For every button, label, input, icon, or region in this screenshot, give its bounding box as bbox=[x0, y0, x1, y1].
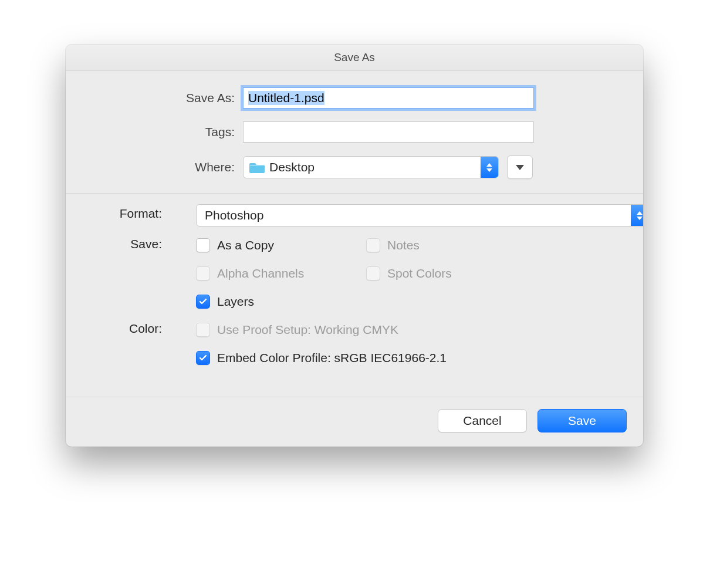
updown-icon bbox=[481, 157, 498, 178]
format-value: Photoshop bbox=[197, 208, 631, 222]
use-proof-setup-option: Use Proof Setup: Working CMYK bbox=[196, 323, 623, 337]
dialog-buttons: Cancel Save bbox=[66, 397, 643, 447]
folder-icon bbox=[249, 161, 265, 174]
where-dropdown[interactable]: Desktop bbox=[243, 156, 499, 178]
save-button[interactable]: Save bbox=[537, 409, 627, 432]
notes-label: Notes bbox=[387, 238, 420, 252]
updown-icon bbox=[631, 205, 643, 226]
spot-colors-option: Spot Colors bbox=[366, 266, 623, 281]
checkbox-icon bbox=[196, 266, 210, 281]
checkbox-icon bbox=[366, 238, 380, 252]
use-proof-setup-label: Use Proof Setup: Working CMYK bbox=[217, 323, 398, 337]
embed-color-profile-option[interactable]: Embed Color Profile: sRGB IEC61966-2.1 bbox=[196, 351, 623, 365]
alpha-channels-label: Alpha Channels bbox=[217, 266, 304, 281]
checkbox-icon bbox=[196, 351, 210, 365]
tags-label: Tags: bbox=[89, 125, 243, 139]
notes-option: Notes bbox=[366, 238, 623, 252]
format-dropdown[interactable]: Photoshop bbox=[196, 204, 643, 227]
checkbox-icon bbox=[366, 266, 380, 281]
tags-input[interactable] bbox=[243, 121, 534, 143]
checkbox-icon bbox=[196, 323, 210, 337]
format-label: Format: bbox=[86, 204, 196, 221]
cancel-button[interactable]: Cancel bbox=[438, 409, 527, 432]
options-section: Format: Photoshop Save: bbox=[66, 194, 643, 397]
save-label: Save: bbox=[86, 235, 196, 251]
where-label: Where: bbox=[89, 160, 243, 174]
filename-value: Untitled-1.psd bbox=[248, 91, 324, 105]
filename-input[interactable]: Untitled-1.psd bbox=[243, 87, 534, 109]
layers-label: Layers bbox=[217, 295, 254, 309]
as-a-copy-option[interactable]: As a Copy bbox=[196, 238, 366, 252]
save-as-dialog: Save As Save As: Untitled-1.psd Tags: Wh… bbox=[66, 45, 643, 447]
chevron-down-icon bbox=[516, 165, 524, 170]
where-value: Desktop bbox=[269, 160, 481, 174]
save-as-label: Save As: bbox=[89, 91, 243, 105]
spot-colors-label: Spot Colors bbox=[387, 266, 452, 281]
checkbox-icon bbox=[196, 295, 210, 309]
dialog-title: Save As bbox=[66, 45, 643, 71]
as-a-copy-label: As a Copy bbox=[217, 238, 274, 252]
save-location-section: Save As: Untitled-1.psd Tags: Where: bbox=[66, 71, 643, 194]
layers-option[interactable]: Layers bbox=[196, 295, 366, 309]
checkbox-icon bbox=[196, 238, 210, 252]
alpha-channels-option: Alpha Channels bbox=[196, 266, 366, 281]
color-label: Color: bbox=[86, 319, 196, 336]
expand-button[interactable] bbox=[507, 156, 533, 179]
embed-color-profile-label: Embed Color Profile: sRGB IEC61966-2.1 bbox=[217, 351, 447, 365]
